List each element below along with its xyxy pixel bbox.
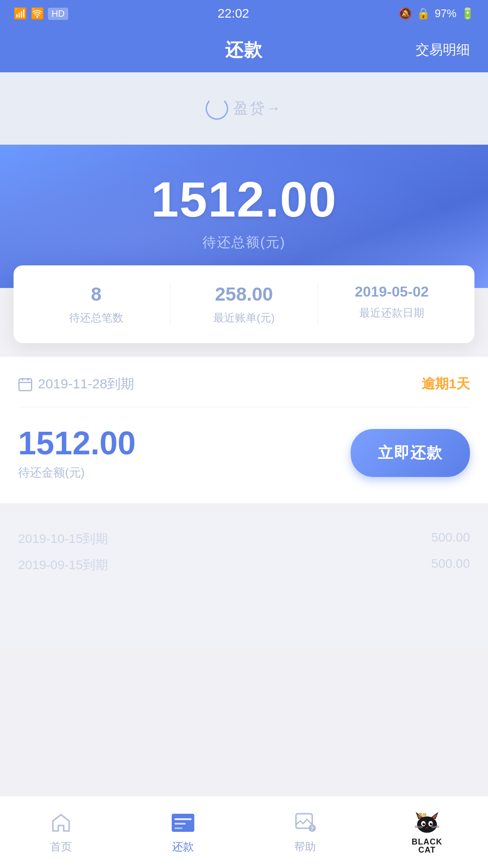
svg-point-20 bbox=[424, 823, 425, 824]
repay-icon bbox=[171, 811, 195, 835]
bottom-nav: 首页 还款 ? 帮助 bbox=[0, 796, 488, 868]
nav-item-repay[interactable]: 还款 bbox=[122, 796, 244, 868]
faded-date-2: 2019-09-15到期 bbox=[18, 557, 108, 574]
calendar-icon bbox=[18, 377, 33, 392]
nav-bar: 还款 交易明细 bbox=[0, 27, 488, 72]
logo-text: 盈贷→ bbox=[234, 99, 282, 118]
signal-bars: 📶 bbox=[14, 7, 27, 20]
stat-date-label: 最近还款日期 bbox=[359, 307, 424, 319]
svg-rect-6 bbox=[174, 823, 186, 825]
blackcat-icon: 黑猫 bbox=[411, 810, 443, 835]
status-signal: 📶 🛜 HD bbox=[14, 7, 68, 20]
status-time: 22:02 bbox=[217, 6, 249, 21]
nav-item-help[interactable]: ? 帮助 bbox=[244, 796, 366, 868]
due-date-text: 2019-11-28到期 bbox=[38, 375, 134, 393]
svg-rect-7 bbox=[174, 827, 183, 829]
stat-bill-value: 258.00 bbox=[175, 283, 313, 305]
wifi-icon: 🛜 bbox=[31, 7, 44, 20]
banner-area: 盈贷→ bbox=[0, 72, 488, 145]
faded-row-2: 2019-09-15到期 500.00 bbox=[18, 557, 470, 574]
faded-date-1: 2019-10-15到期 bbox=[18, 530, 108, 547]
repayment-section: 2019-11-28到期 逾期1天 1512.00 待还金额(元) 立即还款 bbox=[0, 357, 488, 503]
stat-total-count: 8 待还总笔数 bbox=[23, 283, 170, 325]
total-amount: 1512.00 bbox=[18, 172, 470, 226]
repayment-amount-label: 待还金额(元) bbox=[18, 465, 136, 481]
mute-icon: 🔕 bbox=[399, 7, 412, 20]
repayment-body: 1512.00 待还金额(元) 立即还款 bbox=[18, 425, 470, 481]
stat-bill-label: 最近账单(元) bbox=[213, 311, 275, 324]
svg-rect-0 bbox=[19, 379, 32, 391]
stats-card: 8 待还总笔数 258.00 最近账单(元) 2019-05-02 最近还款日期 bbox=[14, 265, 474, 343]
nav-title: 还款 bbox=[225, 38, 263, 62]
battery-icon: 🔋 bbox=[461, 7, 474, 20]
svg-point-11 bbox=[417, 816, 437, 833]
logo-container: 盈贷→ bbox=[206, 97, 282, 120]
overdue-badge: 逾期1天 bbox=[422, 375, 470, 393]
repayment-header: 2019-11-28到期 逾期1天 bbox=[18, 375, 470, 407]
faded-amount-1: 500.00 bbox=[431, 530, 470, 547]
nav-item-complaint[interactable]: 黑猫 BLACK CAT bbox=[366, 796, 488, 868]
faded-amount-2: 500.00 bbox=[431, 557, 470, 574]
nav-item-home[interactable]: 首页 bbox=[0, 796, 122, 868]
total-amount-label: 待还总额(元) bbox=[18, 233, 470, 252]
help-icon: ? bbox=[293, 811, 317, 835]
lock-icon: 🔒 bbox=[417, 7, 430, 20]
repayment-amount: 1512.00 bbox=[18, 425, 136, 461]
nav-home-label: 首页 bbox=[50, 840, 72, 854]
stat-count-value: 8 bbox=[27, 283, 165, 305]
status-bar: 📶 🛜 HD 22:02 🔕 🔒 97% 🔋 bbox=[0, 0, 488, 27]
battery-percent: 97% bbox=[435, 7, 456, 20]
svg-line-26 bbox=[432, 827, 439, 828]
due-date-row: 2019-11-28到期 bbox=[18, 375, 134, 393]
next-section: 2019-10-15到期 500.00 2019-09-15到期 500.00 bbox=[0, 512, 488, 648]
nav-help-label: 帮助 bbox=[294, 840, 316, 854]
nav-repay-label: 还款 bbox=[172, 840, 194, 854]
home-icon bbox=[49, 811, 73, 835]
stat-next-date: 2019-05-02 最近还款日期 bbox=[318, 283, 465, 325]
svg-text:?: ? bbox=[310, 826, 314, 832]
logo-spinner-icon bbox=[206, 97, 228, 120]
faded-row-1: 2019-10-15到期 500.00 bbox=[18, 530, 470, 547]
transaction-detail-button[interactable]: 交易明细 bbox=[416, 41, 470, 59]
stat-count-label: 待还总笔数 bbox=[69, 311, 123, 324]
svg-line-24 bbox=[415, 827, 422, 828]
stat-date-value: 2019-05-02 bbox=[323, 283, 461, 300]
svg-text:黑猫: 黑猫 bbox=[418, 813, 427, 817]
svg-point-21 bbox=[431, 823, 432, 824]
svg-point-18 bbox=[422, 823, 425, 826]
repayment-amount-section: 1512.00 待还金额(元) bbox=[18, 425, 136, 481]
svg-rect-5 bbox=[174, 818, 192, 820]
svg-point-19 bbox=[430, 823, 432, 826]
stat-recent-bill: 258.00 最近账单(元) bbox=[170, 283, 318, 325]
pay-now-button[interactable]: 立即还款 bbox=[351, 429, 470, 477]
hd-badge: HD bbox=[48, 8, 68, 20]
status-battery: 🔕 🔒 97% 🔋 bbox=[399, 7, 474, 20]
